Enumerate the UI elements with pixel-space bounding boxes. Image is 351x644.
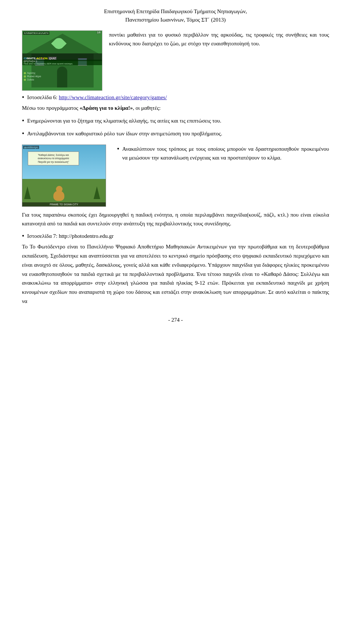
photodentro-paragraph: Το Φωτόδεντρο είναι το Πανελλήνιο Ψηφιακ… — [22, 244, 329, 304]
quiz-image-label: ΚΛΙΜΑΤΙΚΗ ΑΛΛΑΓΗ — [23, 31, 49, 35]
header-line2: Πανεπιστημίου Ιωαννίνων, Τόμος ΣΤ΄ (2013… — [22, 16, 329, 24]
page-number: - 274 - — [168, 317, 183, 323]
bullet-item-2: • Αντιλαμβάνονται τον καθοριστικό ρόλο τ… — [22, 129, 329, 139]
bullet2-text: Αντιλαμβάνονται τον καθοριστικό ρόλο των… — [27, 129, 329, 138]
game-image-row: φωτόδεντρο "Καθαρό Δάσος: Συλλέγω και αν… — [22, 145, 329, 207]
website7-section: • Ιστοσελίδα 7: http://photodentro.edu.g… — [22, 233, 329, 240]
left-bullets: • Ενημερώνονται για το ζήτημα της κλιματ… — [22, 116, 329, 141]
website6-label: Ιστοσελίδα 6: — [27, 94, 57, 100]
website6-section: • Ιστοσελίδα 6: http://www.climateaction… — [22, 94, 329, 113]
bullet3-dot: • — [117, 144, 119, 154]
website6-text: Ιστοσελίδα 6: http://www.climateaction.g… — [27, 94, 329, 101]
website6-dot: • — [22, 94, 24, 101]
game-purpose-text: Για τους παραπάνω σκοπούς έχει δημιουργη… — [22, 210, 329, 228]
quiz-subtitle: ΕΡΩΤΗΣΗ 1: — [24, 60, 101, 63]
bullet3-text: Ανακαλύπτουν τους τρόπους με τους οποίου… — [122, 145, 329, 162]
game-sign-line3: Παιγνίδι για την ανακύκλωση" — [30, 160, 76, 164]
website6-desc-bold: «Δράση για το κλίμα!» — [80, 105, 133, 111]
bullet-item-1: • Ενημερώνονται για το ζήτημα της κλιματ… — [22, 116, 329, 126]
photodentro-text: Το Το Φωτόδεντρο είναι το Πανελλήνιο Ψηφ… — [22, 242, 329, 306]
game-screenshot: φωτόδεντρο "Καθαρό Δάσος: Συλλέγω και αν… — [22, 145, 106, 207]
quiz-image: ΚΛΙΜΑΤΙΚΗ ΑΛΛΑΓΗ 1/8 ClIMATE ACTIONQUIZ … — [22, 30, 102, 91]
header-line1: Επιστημονική Επετηρίδα Παιδαγωγικού Τμήμ… — [22, 7, 329, 16]
website6-bullet: • Ιστοσελίδα 6: http://www.climateaction… — [22, 94, 329, 101]
page-container: Επιστημονική Επετηρίδα Παιδαγωγικού Τμήμ… — [0, 0, 351, 338]
website6-desc-suffix: , οι μαθητές: — [133, 105, 161, 111]
game-purpose: Για τους παραπάνω σκοπούς έχει δημιουργη… — [22, 212, 329, 226]
website6-link[interactable]: http://www.climateaction.gr/site/categor… — [59, 94, 167, 100]
website6-desc-prefix: Μέσω του προγράμματος — [22, 105, 80, 111]
right-bullets: • Ανακαλύπτουν τους τρόπους με τους οποί… — [117, 145, 329, 164]
page-footer: - 274 - — [22, 317, 329, 323]
website6-desc: Μέσω του προγράμματος «Δράση για το κλίμ… — [22, 104, 329, 113]
website7-bullet: • Ιστοσελίδα 7: http://photodentro.edu.g… — [22, 233, 329, 240]
game-section: • Ενημερώνονται για το ζήτημα της κλιματ… — [22, 116, 329, 141]
quiz-opt3: Ξυλεία — [27, 78, 34, 81]
website7-label: Ιστοσελίδα 7: http://photodentro.edu.gr — [27, 233, 329, 239]
game-sign-line2: ανακυκλώνω τα απορρίμματα — [30, 157, 76, 160]
photodentro-to: Το — [22, 244, 30, 250]
bullet2-dot: • — [22, 128, 24, 139]
quiz-question: Ποιό από τα παρακάτω ΔΕΝ είναι ορυκτό κα… — [24, 63, 101, 65]
bullet1-text: Ενημερώνονται για το ζήτημα της κλιματικ… — [27, 116, 329, 125]
website7-text: Ιστοσελίδα 7: http://photodentro.edu.gr — [27, 233, 113, 239]
bullet1-dot: • — [22, 116, 24, 126]
intro-section: ΚΛΙΜΑΤΙΚΗ ΑΛΛΑΓΗ 1/8 ClIMATE ACTIONQUIZ … — [22, 30, 329, 91]
intro-paragraph: ποντίκι μαθαίνει για το φυσικό περιβάλλο… — [109, 32, 329, 46]
quiz-opt2: Φυσικό Αέριο — [27, 75, 41, 78]
game-bottom-bar: FRAME TO SIGMA CITY — [22, 202, 106, 206]
website7-dot: • — [22, 232, 24, 240]
bullet-item-3: • Ανακαλύπτουν τους τρόπους με τους οποί… — [117, 145, 329, 162]
game-sign-line1: "Καθαρό Δάσος: Συλλέγω και — [30, 153, 76, 157]
intro-text: ποντίκι μαθαίνει για το φυσικό περιβάλλο… — [109, 30, 329, 48]
page-header: Επιστημονική Επετηρίδα Παιδαγωγικού Τμήμ… — [22, 7, 329, 24]
game-logo: φωτόδεντρο — [23, 146, 39, 149]
quiz-opt1: Λιγνίτης — [27, 72, 35, 74]
